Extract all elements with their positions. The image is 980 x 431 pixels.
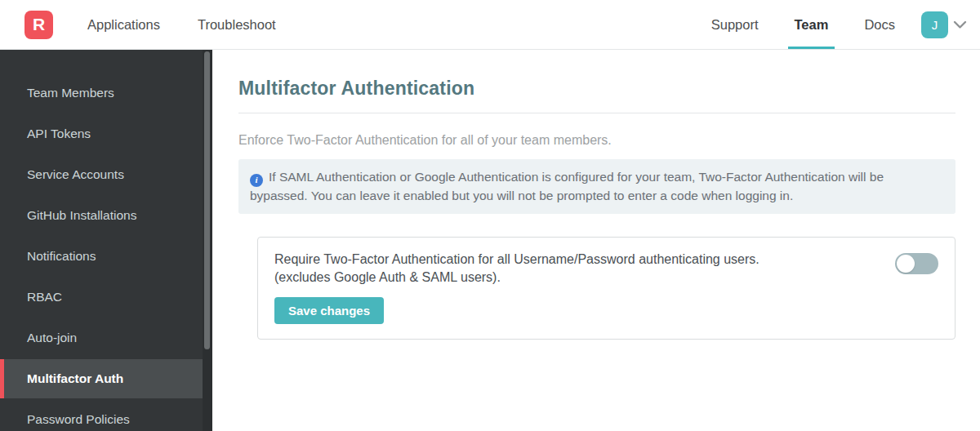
sidebar-item-api-tokens[interactable]: API Tokens	[0, 113, 212, 154]
two-factor-settings-card: Require Two-Factor Authentication for al…	[257, 237, 956, 339]
sidebar-item-auto-join[interactable]: Auto-join	[0, 318, 212, 358]
main-content: Multifactor Authentication Enforce Two-F…	[212, 50, 980, 431]
sidebar-item-notifications[interactable]: Notifications	[0, 236, 212, 277]
page-description: Enforce Two-Factor Authentication for al…	[238, 133, 956, 148]
nav-team[interactable]: Team	[777, 0, 847, 49]
avatar-initial: J	[932, 18, 938, 32]
sidebar-item-password-policies[interactable]: Password Policies	[0, 399, 212, 431]
nav-troubleshoot[interactable]: Troubleshoot	[198, 17, 276, 33]
sidebar-item-team-members[interactable]: Team Members	[0, 73, 212, 113]
primary-nav: Applications Troubleshoot	[87, 17, 276, 33]
info-banner: iIf SAML Authentication or Google Authen…	[238, 159, 956, 214]
nav-docs[interactable]: Docs	[846, 0, 913, 49]
setting-label-line2: (excludes Google Auth & SAML users).	[274, 269, 760, 286]
avatar: J	[921, 11, 948, 38]
secondary-nav: Support Team Docs J	[693, 0, 980, 49]
logo-letter: R	[33, 15, 45, 34]
toggle-knob	[897, 255, 915, 273]
sidebar-item-github-installations[interactable]: GitHub Installations	[0, 195, 212, 236]
sidebar-item-rbac[interactable]: RBAC	[0, 277, 212, 318]
sidebar: Team Members API Tokens Service Accounts…	[0, 50, 212, 431]
sidebar-nav: Team Members API Tokens Service Accounts…	[0, 50, 212, 431]
title-divider	[238, 113, 956, 113]
save-changes-button[interactable]: Save changes	[274, 297, 384, 324]
sidebar-item-service-accounts[interactable]: Service Accounts	[0, 154, 212, 195]
info-icon: i	[250, 174, 263, 187]
nav-applications[interactable]: Applications	[87, 17, 160, 33]
setting-row: Require Two-Factor Authentication for al…	[274, 251, 938, 285]
info-banner-text: If SAML Authentication or Google Authent…	[250, 170, 884, 202]
two-factor-toggle[interactable]	[895, 253, 938, 274]
sidebar-scrollbar-track[interactable]	[203, 50, 212, 431]
nav-support[interactable]: Support	[693, 0, 777, 49]
top-navbar: R Applications Troubleshoot Support Team…	[0, 0, 980, 50]
sidebar-item-multifactor-auth[interactable]: Multifactor Auth	[0, 359, 203, 398]
chevron-down-icon	[953, 20, 967, 29]
setting-label-line1: Require Two-Factor Authentication for al…	[274, 251, 760, 268]
app-body: Team Members API Tokens Service Accounts…	[0, 50, 980, 431]
page-title: Multifactor Authentication	[238, 78, 956, 100]
setting-label: Require Two-Factor Authentication for al…	[274, 251, 776, 285]
rollbar-logo[interactable]: R	[24, 11, 53, 39]
sidebar-scrollbar-thumb[interactable]	[204, 51, 210, 349]
user-menu[interactable]: J	[921, 11, 967, 38]
